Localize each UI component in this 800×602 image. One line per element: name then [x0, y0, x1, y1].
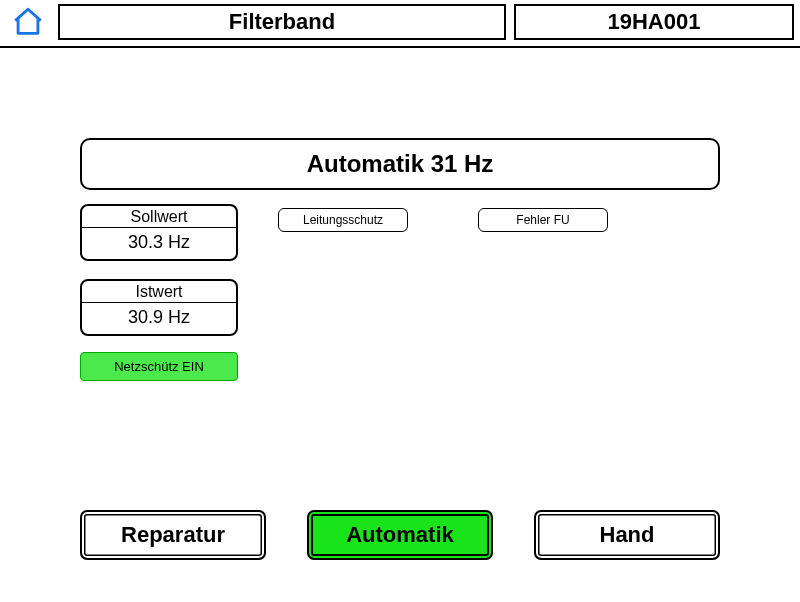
fehler-fu-label: Fehler FU: [516, 213, 569, 227]
side-buttons: Leitungsschutz Fehler FU: [278, 204, 608, 232]
reparatur-button[interactable]: Reparatur: [80, 510, 266, 560]
home-icon: [11, 5, 45, 39]
page-title-text: Filterband: [229, 9, 335, 35]
automatik-button[interactable]: Automatik: [307, 510, 493, 560]
sollwert-label: Sollwert: [82, 206, 236, 227]
netzschuetz-label: Netzschütz EIN: [114, 359, 204, 374]
header-bar: Filterband 19HA001: [0, 0, 800, 48]
value-column: Sollwert 30.3 Hz Istwert 30.9 Hz Netzsch…: [80, 204, 238, 381]
istwert-label: Istwert: [82, 281, 236, 302]
device-code-text: 19HA001: [608, 9, 701, 35]
page-title: Filterband: [58, 4, 506, 40]
controls-row: Sollwert 30.3 Hz Istwert 30.9 Hz Netzsch…: [80, 204, 720, 381]
mode-row: Reparatur Automatik Hand: [80, 510, 720, 560]
hand-label: Hand: [600, 522, 655, 548]
leitungsschutz-label: Leitungsschutz: [303, 213, 383, 227]
sollwert-value[interactable]: 30.3 Hz: [82, 227, 236, 259]
fehler-fu-button[interactable]: Fehler FU: [478, 208, 608, 232]
sollwert-box: Sollwert 30.3 Hz: [80, 204, 238, 261]
device-code: 19HA001: [514, 4, 794, 40]
automatik-label: Automatik: [346, 522, 454, 548]
istwert-value: 30.9 Hz: [82, 302, 236, 334]
hand-button[interactable]: Hand: [534, 510, 720, 560]
istwert-box: Istwert 30.9 Hz: [80, 279, 238, 336]
main-content: Automatik 31 Hz Sollwert 30.3 Hz Istwert…: [0, 60, 800, 602]
status-banner: Automatik 31 Hz: [80, 138, 720, 190]
reparatur-label: Reparatur: [121, 522, 225, 548]
status-text: Automatik 31 Hz: [307, 150, 494, 178]
home-button[interactable]: [6, 4, 50, 40]
leitungsschutz-button[interactable]: Leitungsschutz: [278, 208, 408, 232]
netzschuetz-button[interactable]: Netzschütz EIN: [80, 352, 238, 381]
